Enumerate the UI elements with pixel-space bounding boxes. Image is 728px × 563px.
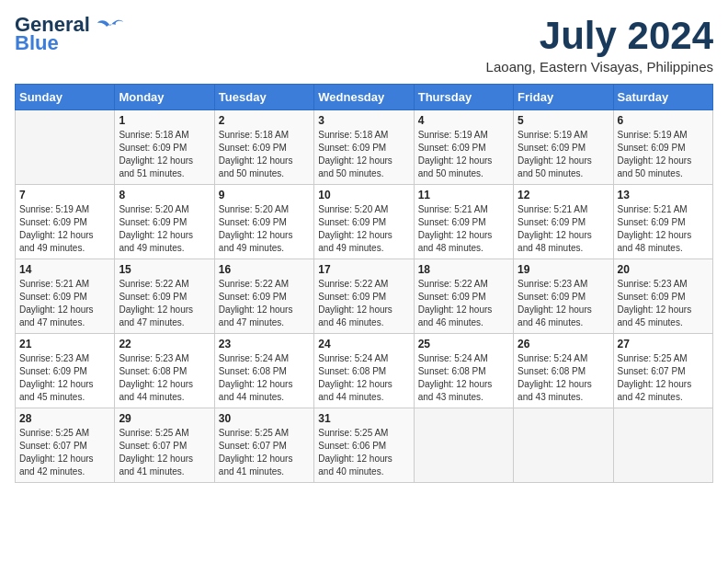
calendar-cell: 9Sunrise: 5:20 AM Sunset: 6:09 PM Daylig… — [214, 185, 313, 259]
cell-info: Sunrise: 5:23 AM Sunset: 6:09 PM Dayligh… — [518, 278, 609, 329]
calendar-cell: 27Sunrise: 5:25 AM Sunset: 6:07 PM Dayli… — [613, 334, 712, 408]
calendar-header-row: SundayMondayTuesdayWednesdayThursdayFrid… — [16, 85, 713, 110]
month-title: July 2024 — [486, 15, 713, 57]
calendar-week-row: 21Sunrise: 5:23 AM Sunset: 6:09 PM Dayli… — [16, 334, 713, 408]
day-number: 8 — [119, 189, 210, 201]
cell-info: Sunrise: 5:19 AM Sunset: 6:09 PM Dayligh… — [618, 129, 709, 180]
calendar-cell: 29Sunrise: 5:25 AM Sunset: 6:07 PM Dayli… — [115, 408, 214, 483]
cell-info: Sunrise: 5:21 AM Sunset: 6:09 PM Dayligh… — [618, 203, 709, 255]
day-number: 29 — [119, 412, 210, 425]
day-number: 11 — [418, 189, 509, 201]
calendar-cell: 17Sunrise: 5:22 AM Sunset: 6:09 PM Dayli… — [314, 259, 414, 334]
day-number: 21 — [19, 338, 110, 350]
calendar-cell: 1Sunrise: 5:18 AM Sunset: 6:09 PM Daylig… — [115, 110, 214, 185]
day-number: 14 — [19, 263, 110, 276]
day-number: 7 — [19, 189, 110, 201]
cell-info: Sunrise: 5:25 AM Sunset: 6:07 PM Dayligh… — [19, 427, 110, 478]
day-number: 12 — [518, 189, 609, 201]
calendar-cell: 7Sunrise: 5:19 AM Sunset: 6:09 PM Daylig… — [16, 185, 115, 259]
cell-info: Sunrise: 5:23 AM Sunset: 6:09 PM Dayligh… — [618, 278, 709, 329]
day-number: 24 — [318, 338, 409, 350]
cell-info: Sunrise: 5:20 AM Sunset: 6:09 PM Dayligh… — [219, 203, 310, 255]
calendar-table: SundayMondayTuesdayWednesdayThursdayFrid… — [15, 84, 713, 483]
day-number: 17 — [318, 263, 409, 276]
cell-info: Sunrise: 5:24 AM Sunset: 6:08 PM Dayligh… — [219, 352, 310, 404]
cell-info: Sunrise: 5:20 AM Sunset: 6:09 PM Dayligh… — [119, 203, 210, 255]
cell-info: Sunrise: 5:18 AM Sunset: 6:09 PM Dayligh… — [119, 129, 210, 180]
day-header-saturday: Saturday — [613, 85, 712, 110]
calendar-week-row: 7Sunrise: 5:19 AM Sunset: 6:09 PM Daylig… — [16, 185, 713, 259]
day-number: 28 — [19, 412, 110, 425]
cell-info: Sunrise: 5:22 AM Sunset: 6:09 PM Dayligh… — [219, 278, 310, 329]
cell-info: Sunrise: 5:22 AM Sunset: 6:09 PM Dayligh… — [119, 278, 210, 329]
cell-info: Sunrise: 5:19 AM Sunset: 6:09 PM Dayligh… — [418, 129, 509, 180]
cell-info: Sunrise: 5:23 AM Sunset: 6:08 PM Dayligh… — [119, 352, 210, 404]
cell-info: Sunrise: 5:21 AM Sunset: 6:09 PM Dayligh… — [19, 278, 110, 329]
day-number: 26 — [518, 338, 609, 350]
calendar-week-row: 1Sunrise: 5:18 AM Sunset: 6:09 PM Daylig… — [16, 110, 713, 185]
cell-info: Sunrise: 5:21 AM Sunset: 6:09 PM Dayligh… — [518, 203, 609, 255]
cell-info: Sunrise: 5:20 AM Sunset: 6:09 PM Dayligh… — [318, 203, 409, 255]
day-number: 10 — [318, 189, 409, 201]
day-number: 6 — [618, 114, 709, 127]
calendar-week-row: 14Sunrise: 5:21 AM Sunset: 6:09 PM Dayli… — [16, 259, 713, 334]
calendar-cell: 12Sunrise: 5:21 AM Sunset: 6:09 PM Dayli… — [514, 185, 613, 259]
calendar-cell: 10Sunrise: 5:20 AM Sunset: 6:09 PM Dayli… — [314, 185, 414, 259]
calendar-cell: 26Sunrise: 5:24 AM Sunset: 6:08 PM Dayli… — [514, 334, 613, 408]
calendar-cell: 25Sunrise: 5:24 AM Sunset: 6:08 PM Dayli… — [414, 334, 513, 408]
cell-info: Sunrise: 5:18 AM Sunset: 6:09 PM Dayligh… — [318, 129, 409, 180]
day-number: 20 — [618, 263, 709, 276]
cell-info: Sunrise: 5:25 AM Sunset: 6:07 PM Dayligh… — [618, 352, 709, 404]
day-number: 16 — [219, 263, 310, 276]
day-header-sunday: Sunday — [16, 85, 115, 110]
day-number: 25 — [418, 338, 509, 350]
cell-info: Sunrise: 5:22 AM Sunset: 6:09 PM Dayligh… — [318, 278, 409, 329]
calendar-cell: 28Sunrise: 5:25 AM Sunset: 6:07 PM Dayli… — [16, 408, 115, 483]
day-number: 3 — [318, 114, 409, 127]
cell-info: Sunrise: 5:19 AM Sunset: 6:09 PM Dayligh… — [19, 203, 110, 255]
day-number: 2 — [219, 114, 310, 127]
calendar-cell: 24Sunrise: 5:24 AM Sunset: 6:08 PM Dayli… — [314, 334, 414, 408]
calendar-cell — [514, 408, 613, 483]
calendar-body: 1Sunrise: 5:18 AM Sunset: 6:09 PM Daylig… — [16, 110, 713, 483]
day-number: 9 — [219, 189, 310, 201]
calendar-cell: 19Sunrise: 5:23 AM Sunset: 6:09 PM Dayli… — [514, 259, 613, 334]
calendar-week-row: 28Sunrise: 5:25 AM Sunset: 6:07 PM Dayli… — [16, 408, 713, 483]
logo-bird-icon — [97, 17, 123, 34]
day-number: 1 — [119, 114, 210, 127]
day-header-wednesday: Wednesday — [314, 85, 414, 110]
cell-info: Sunrise: 5:24 AM Sunset: 6:08 PM Dayligh… — [418, 352, 509, 404]
calendar-cell: 11Sunrise: 5:21 AM Sunset: 6:09 PM Dayli… — [414, 185, 513, 259]
day-number: 18 — [418, 263, 509, 276]
calendar-cell: 22Sunrise: 5:23 AM Sunset: 6:08 PM Dayli… — [115, 334, 214, 408]
calendar-cell: 13Sunrise: 5:21 AM Sunset: 6:09 PM Dayli… — [613, 185, 712, 259]
calendar-cell — [613, 408, 712, 483]
cell-info: Sunrise: 5:25 AM Sunset: 6:06 PM Dayligh… — [318, 427, 409, 478]
calendar-cell: 20Sunrise: 5:23 AM Sunset: 6:09 PM Dayli… — [613, 259, 712, 334]
day-header-friday: Friday — [514, 85, 613, 110]
cell-info: Sunrise: 5:19 AM Sunset: 6:09 PM Dayligh… — [518, 129, 609, 180]
title-area: July 2024 Laoang, Eastern Visayas, Phili… — [486, 15, 713, 75]
calendar-cell: 18Sunrise: 5:22 AM Sunset: 6:09 PM Dayli… — [414, 259, 513, 334]
cell-info: Sunrise: 5:25 AM Sunset: 6:07 PM Dayligh… — [119, 427, 210, 478]
header: General Blue July 2024 Laoang, Eastern V… — [15, 15, 713, 75]
calendar-cell: 14Sunrise: 5:21 AM Sunset: 6:09 PM Dayli… — [16, 259, 115, 334]
day-number: 30 — [219, 412, 310, 425]
day-number: 15 — [119, 263, 210, 276]
calendar-cell: 8Sunrise: 5:20 AM Sunset: 6:09 PM Daylig… — [115, 185, 214, 259]
cell-info: Sunrise: 5:24 AM Sunset: 6:08 PM Dayligh… — [518, 352, 609, 404]
day-number: 13 — [618, 189, 709, 201]
day-header-thursday: Thursday — [414, 85, 513, 110]
day-number: 31 — [318, 412, 409, 425]
calendar-cell: 15Sunrise: 5:22 AM Sunset: 6:09 PM Dayli… — [115, 259, 214, 334]
cell-info: Sunrise: 5:24 AM Sunset: 6:08 PM Dayligh… — [318, 352, 409, 404]
calendar-cell: 23Sunrise: 5:24 AM Sunset: 6:08 PM Dayli… — [214, 334, 313, 408]
calendar-cell: 6Sunrise: 5:19 AM Sunset: 6:09 PM Daylig… — [613, 110, 712, 185]
calendar-cell — [16, 110, 115, 185]
day-number: 23 — [219, 338, 310, 350]
logo: General Blue — [15, 15, 123, 55]
cell-info: Sunrise: 5:23 AM Sunset: 6:09 PM Dayligh… — [19, 352, 110, 404]
day-number: 22 — [119, 338, 210, 350]
day-number: 27 — [618, 338, 709, 350]
calendar-cell: 31Sunrise: 5:25 AM Sunset: 6:06 PM Dayli… — [314, 408, 414, 483]
